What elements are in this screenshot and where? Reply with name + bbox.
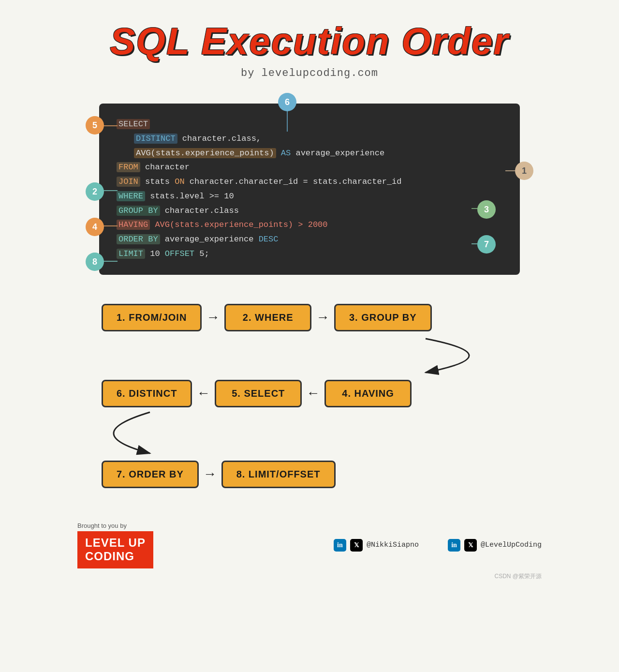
row-curve-svg-1 bbox=[92, 331, 527, 380]
code-line-avg: AVG(stats.experience_points) AS average_… bbox=[117, 146, 502, 161]
arrow-1-2: → bbox=[209, 310, 217, 325]
code-line-where: WHERE stats.level >= 10 bbox=[117, 189, 502, 204]
watermark: CSDN @紫荣开源 bbox=[77, 572, 542, 581]
badge-8: 8 bbox=[86, 253, 104, 271]
code-line-distinct: DISTINCT character.class, bbox=[117, 132, 502, 146]
badge-6: 6 bbox=[278, 93, 296, 111]
arrow-5-6: ← bbox=[199, 386, 207, 401]
flow-box-where: 2. WHERE bbox=[224, 304, 311, 331]
flow-box-select: 5. SELECT bbox=[215, 380, 302, 407]
arrow-2-3: → bbox=[319, 310, 327, 325]
flow-row-1: 1. FROM/JOIN → 2. WHERE → 3. GROUP BY bbox=[92, 304, 527, 331]
code-line-join: JOIN stats ON character.character_id = s… bbox=[117, 175, 502, 189]
flow-box-from-join: 1. FROM/JOIN bbox=[102, 304, 202, 331]
nikki-handle: @NikkiSiapno bbox=[367, 541, 419, 549]
flow-row-2: 6. DISTINCT ← 5. SELECT ← 4. HAVING bbox=[92, 380, 527, 407]
logo-box: LEVEL UP CODING bbox=[77, 531, 153, 569]
brought-by-text: Brought to you by bbox=[77, 522, 127, 529]
code-line-select: SELECT bbox=[117, 117, 502, 132]
page-subtitle: by levelupcoding.com bbox=[77, 67, 542, 79]
social-levelup: in 𝕏 @LevelUpCoding bbox=[448, 539, 542, 552]
badge-1: 1 bbox=[515, 162, 533, 180]
row-curve-svg-2 bbox=[92, 407, 527, 461]
code-line-orderby: ORDER BY average_experience DESC bbox=[117, 232, 502, 247]
badge-3: 3 bbox=[477, 200, 496, 219]
x-icon-nikki: 𝕏 bbox=[350, 539, 363, 552]
social-nikki: in 𝕏 @NikkiSiapno bbox=[334, 539, 419, 552]
badge-5: 5 bbox=[86, 116, 104, 134]
badge-7: 7 bbox=[477, 235, 496, 254]
x-icon-levelup: 𝕏 bbox=[464, 539, 477, 552]
levelup-handle: @LevelUpCoding bbox=[481, 541, 542, 549]
badge-4: 4 bbox=[86, 218, 104, 236]
flow-box-order-by: 7. ORDER BY bbox=[102, 461, 199, 488]
footer: Brought to you by LEVEL UP CODING in 𝕏 @… bbox=[77, 512, 542, 569]
flow-section: 1. FROM/JOIN → 2. WHERE → 3. GROUP BY 6.… bbox=[77, 304, 542, 488]
badge-2: 2 bbox=[86, 182, 104, 201]
code-line-from: FROM character bbox=[117, 160, 502, 175]
code-section: 6 5 1 2 3 4 7 8 SELECT DISTINCT characte… bbox=[99, 104, 520, 275]
social-section: in 𝕏 @NikkiSiapno in 𝕏 @LevelUpCoding bbox=[334, 539, 542, 552]
flow-box-limit-offset: 8. LIMIT/OFFSET bbox=[221, 461, 336, 488]
flow-box-group-by: 3. GROUP BY bbox=[334, 304, 432, 331]
page-title: SQL Execution Order bbox=[77, 19, 542, 63]
code-line-having: HAVING AVG(stats.experience_points) > 20… bbox=[117, 218, 502, 232]
branding-section: Brought to you by LEVEL UP CODING bbox=[77, 522, 153, 569]
code-line-limit: LIMIT 10 OFFSET 5; bbox=[117, 247, 502, 261]
logo-line1: LEVEL UP bbox=[85, 536, 146, 550]
linkedin-icon-nikki: in bbox=[334, 539, 346, 552]
arrow-4-5: ← bbox=[309, 386, 317, 401]
code-line-groupby: GROUP BY character.class bbox=[117, 204, 502, 218]
arrow-7-8: → bbox=[206, 467, 214, 482]
flow-row-3: 7. ORDER BY → 8. LIMIT/OFFSET bbox=[92, 461, 527, 488]
flow-box-distinct: 6. DISTINCT bbox=[102, 380, 192, 407]
linkedin-icon-levelup: in bbox=[448, 539, 460, 552]
page-container: SQL Execution Order by levelupcoding.com… bbox=[48, 0, 571, 610]
logo-line2: CODING bbox=[85, 550, 146, 564]
flow-box-having: 4. HAVING bbox=[324, 380, 412, 407]
code-block: SELECT DISTINCT character.class, AVG(sta… bbox=[99, 104, 520, 275]
